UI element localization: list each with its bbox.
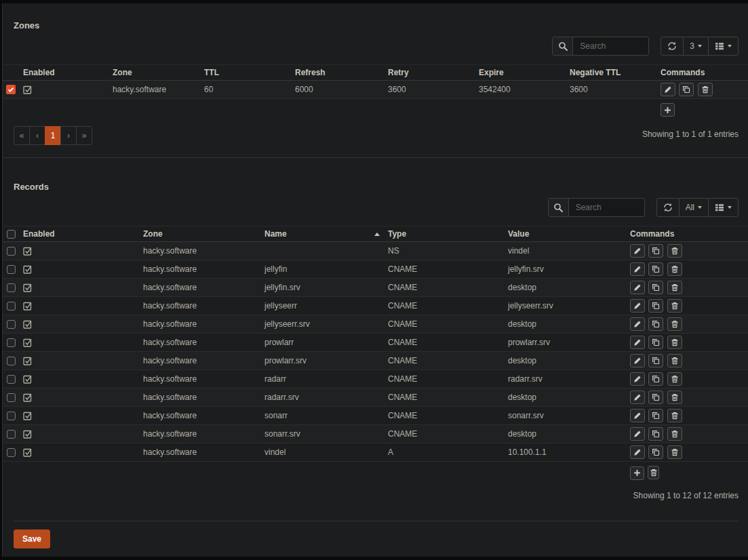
zones-col-negative-ttl[interactable]: Negative TTL bbox=[570, 65, 661, 81]
records-search-input[interactable] bbox=[569, 199, 644, 216]
record-select-checkbox[interactable] bbox=[7, 283, 16, 292]
delete-record-button[interactable] bbox=[667, 427, 682, 441]
delete-selected-records-button[interactable] bbox=[648, 466, 659, 479]
edit-record-button[interactable] bbox=[630, 445, 645, 459]
record-enabled-checkbox-icon[interactable] bbox=[23, 374, 33, 384]
pagination-page-1-button[interactable]: 1 bbox=[45, 126, 61, 145]
record-enabled-checkbox-icon[interactable] bbox=[23, 356, 33, 365]
edit-record-button[interactable] bbox=[630, 281, 645, 294]
edit-record-button[interactable] bbox=[630, 317, 645, 331]
pagination-last-button[interactable]: » bbox=[76, 126, 92, 145]
search-icon[interactable] bbox=[549, 199, 569, 216]
edit-record-button[interactable] bbox=[630, 354, 645, 367]
record-select-checkbox[interactable] bbox=[7, 302, 16, 311]
record-enabled-checkbox-icon[interactable] bbox=[23, 283, 33, 292]
record-select-checkbox[interactable] bbox=[7, 375, 16, 384]
zones-col-zone[interactable]: Zone bbox=[113, 65, 204, 81]
zones-columns-dropdown[interactable] bbox=[708, 37, 739, 56]
zones-col-expire[interactable]: Expire bbox=[479, 65, 570, 81]
delete-record-button[interactable] bbox=[667, 354, 682, 367]
delete-record-button[interactable] bbox=[667, 262, 682, 276]
delete-zone-button[interactable] bbox=[698, 83, 713, 96]
record-enabled-checkbox-icon[interactable] bbox=[23, 447, 33, 457]
record-enabled-checkbox-icon[interactable] bbox=[23, 338, 33, 347]
copy-record-button[interactable] bbox=[648, 427, 663, 441]
records-filter-dropdown[interactable]: All bbox=[679, 198, 709, 217]
record-select-checkbox[interactable] bbox=[7, 393, 16, 402]
zones-footer: « ‹ 1 › » Showing 1 to 1 of 1 entries bbox=[14, 126, 739, 145]
edit-record-button[interactable] bbox=[630, 427, 645, 441]
copy-record-button[interactable] bbox=[648, 445, 663, 459]
edit-record-button[interactable] bbox=[630, 299, 645, 313]
zones-col-refresh[interactable]: Refresh bbox=[295, 65, 388, 81]
edit-record-button[interactable] bbox=[630, 262, 645, 276]
record-select-checkbox[interactable] bbox=[7, 448, 16, 457]
select-all-checkbox[interactable] bbox=[7, 230, 16, 239]
record-select-checkbox[interactable] bbox=[7, 338, 16, 347]
copy-record-button[interactable] bbox=[648, 281, 663, 294]
record-select-checkbox[interactable] bbox=[7, 357, 16, 365]
delete-record-button[interactable] bbox=[667, 244, 682, 258]
copy-record-button[interactable] bbox=[648, 336, 663, 349]
zones-refresh-button[interactable] bbox=[661, 37, 684, 56]
delete-record-button[interactable] bbox=[667, 299, 682, 313]
pagination-first-button[interactable]: « bbox=[14, 126, 30, 145]
delete-record-button[interactable] bbox=[667, 409, 682, 422]
record-select-checkbox[interactable] bbox=[7, 265, 16, 274]
record-select-checkbox[interactable] bbox=[7, 412, 16, 420]
record-select-checkbox[interactable] bbox=[7, 320, 16, 329]
records-col-enabled[interactable]: Enabled bbox=[23, 226, 143, 242]
edit-zone-button[interactable] bbox=[661, 83, 675, 96]
copy-record-button[interactable] bbox=[648, 244, 663, 258]
records-col-type[interactable]: Type bbox=[388, 226, 508, 242]
records-col-name[interactable]: Name bbox=[264, 226, 388, 242]
copy-record-button[interactable] bbox=[648, 299, 663, 313]
copy-record-button[interactable] bbox=[648, 372, 663, 386]
copy-record-button[interactable] bbox=[648, 354, 663, 367]
record-enabled-checkbox-icon[interactable] bbox=[23, 319, 33, 329]
zones-col-retry[interactable]: Retry bbox=[388, 65, 479, 81]
copy-record-button[interactable] bbox=[648, 317, 663, 331]
edit-record-button[interactable] bbox=[630, 244, 645, 258]
copy-record-button[interactable] bbox=[648, 391, 663, 404]
records-columns-dropdown[interactable] bbox=[708, 198, 739, 217]
record-enabled-checkbox-icon[interactable] bbox=[23, 411, 33, 420]
add-zone-button[interactable] bbox=[661, 103, 675, 117]
zones-search-input[interactable] bbox=[573, 37, 648, 55]
edit-record-button[interactable] bbox=[630, 391, 645, 404]
delete-record-button[interactable] bbox=[667, 336, 682, 349]
record-enabled-checkbox-icon[interactable] bbox=[23, 246, 33, 256]
records-refresh-button[interactable] bbox=[656, 198, 680, 217]
zones-col-enabled[interactable]: Enabled bbox=[23, 65, 113, 81]
edit-record-button[interactable] bbox=[630, 409, 645, 422]
pagination-next-button[interactable]: › bbox=[60, 126, 77, 145]
search-icon[interactable] bbox=[553, 37, 573, 55]
record-enabled-checkbox-icon[interactable] bbox=[23, 301, 33, 311]
zone-row-select-checkbox[interactable] bbox=[6, 85, 16, 94]
record-enabled-checkbox-icon[interactable] bbox=[23, 264, 33, 274]
delete-record-button[interactable] bbox=[667, 281, 682, 294]
record-enabled-checkbox-icon[interactable] bbox=[23, 393, 33, 402]
add-record-button[interactable] bbox=[630, 466, 644, 480]
zones-pagesize-dropdown[interactable]: 3 bbox=[683, 37, 709, 56]
record-select-checkbox[interactable] bbox=[7, 247, 16, 256]
record-select-checkbox[interactable] bbox=[7, 430, 16, 439]
record-name-cell: jellyfin.srv bbox=[264, 279, 388, 297]
edit-record-button[interactable] bbox=[630, 336, 645, 349]
delete-record-button[interactable] bbox=[667, 372, 682, 386]
edit-record-button[interactable] bbox=[630, 372, 645, 386]
zones-col-ttl[interactable]: TTL bbox=[204, 65, 295, 81]
save-button[interactable]: Save bbox=[14, 529, 50, 548]
delete-record-button[interactable] bbox=[667, 391, 682, 404]
zone-enabled-checkbox-icon[interactable] bbox=[23, 85, 33, 94]
records-col-value[interactable]: Value bbox=[508, 226, 630, 242]
record-name-cell: jellyfin bbox=[264, 260, 388, 279]
records-col-zone[interactable]: Zone bbox=[143, 226, 264, 242]
delete-record-button[interactable] bbox=[667, 317, 682, 331]
copy-record-button[interactable] bbox=[648, 262, 663, 276]
pagination-prev-button[interactable]: ‹ bbox=[29, 126, 45, 145]
record-enabled-checkbox-icon[interactable] bbox=[23, 429, 33, 439]
copy-record-button[interactable] bbox=[648, 409, 663, 422]
copy-zone-button[interactable] bbox=[679, 83, 694, 96]
delete-record-button[interactable] bbox=[667, 445, 682, 459]
